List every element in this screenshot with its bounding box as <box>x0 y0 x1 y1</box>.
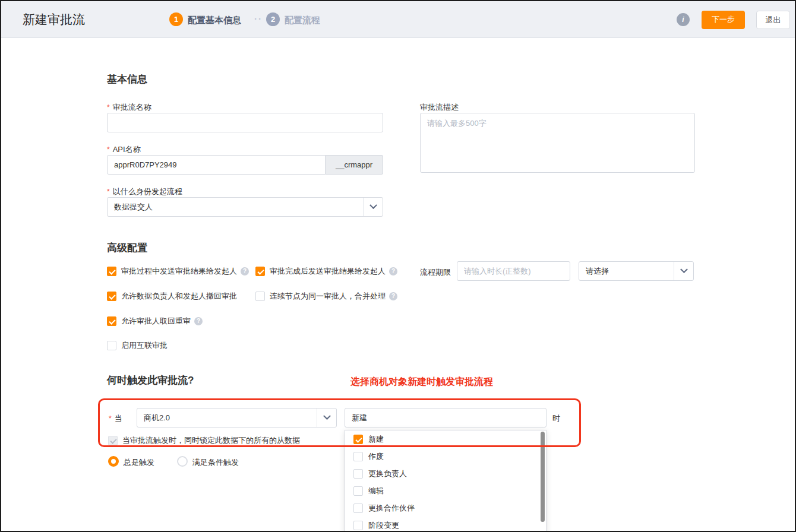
checkbox-allow-withdraw[interactable]: 允许数据负责人和发起人撤回审批 <box>107 291 237 302</box>
identity-select-value: 数据提交人 <box>108 202 363 213</box>
help-icon[interactable]: ? <box>241 267 249 276</box>
flow-name-label: *审批流名称 <box>107 102 151 113</box>
info-icon[interactable]: i <box>677 13 690 26</box>
checkbox-merge-same-approver[interactable]: 连续节点为同一审批人，合并处理 ? <box>255 291 397 302</box>
chevron-down-icon <box>323 412 331 420</box>
dropdown-option-create[interactable]: 新建 <box>345 430 546 448</box>
step-2-badge: 2 <box>266 12 280 26</box>
checkbox-icon[interactable] <box>107 292 116 301</box>
required-asterisk: * <box>107 145 110 154</box>
required-asterisk: * <box>107 103 110 112</box>
checkbox-icon[interactable] <box>353 521 363 530</box>
flow-desc-textarea[interactable] <box>420 113 695 173</box>
checkbox-icon[interactable] <box>255 292 265 301</box>
trigger-object-caret[interactable] <box>317 408 336 427</box>
flow-name-input[interactable] <box>107 113 383 132</box>
checkbox-icon[interactable] <box>107 267 116 276</box>
checkbox-send-result-after-approval[interactable]: 审批完成后发送审批结果给发起人 ? <box>255 266 397 277</box>
advanced-config-section-title: 高级配置 <box>107 241 147 255</box>
checkbox-icon[interactable] <box>353 469 363 479</box>
api-name-label: *API名称 <box>107 144 141 155</box>
radio-always-trigger[interactable] <box>108 456 119 467</box>
checkbox-icon <box>108 436 118 445</box>
flow-desc-label: 审批流描述 <box>420 102 459 113</box>
help-icon[interactable]: ? <box>194 317 203 325</box>
trigger-object-select[interactable]: 商机2.0 <box>137 408 337 428</box>
api-name-input[interactable] <box>107 155 326 175</box>
red-annotation-text: 选择商机对象新建时触发审批流程 <box>350 376 493 388</box>
dropdown-option-change-owner[interactable]: 更换负责人 <box>345 465 546 482</box>
identity-select[interactable]: 数据提交人 <box>107 197 383 217</box>
identity-label: *以什么身份发起流程 <box>107 186 182 197</box>
api-name-group: __crmappr <box>107 155 383 175</box>
radio-condition-trigger-label[interactable]: 满足条件触发 <box>192 457 239 468</box>
checkbox-icon[interactable] <box>255 267 265 276</box>
help-icon[interactable]: ? <box>389 267 397 276</box>
chevron-down-icon <box>680 265 688 273</box>
chevron-down-icon <box>369 201 377 209</box>
exit-button[interactable]: 退出 <box>756 11 790 29</box>
checkbox-lock-detail-data: 当审批流触发时，同时锁定此数据下的所有的从数据 <box>108 435 300 446</box>
duration-unit-select[interactable]: 请选择 <box>579 261 694 281</box>
radio-always-trigger-label[interactable]: 总是触发 <box>124 457 154 468</box>
dropdown-option-edit[interactable]: 编辑 <box>345 482 546 499</box>
dropdown-scrollbar[interactable] <box>541 432 545 532</box>
page-title: 新建审批流 <box>23 1 85 37</box>
duration-label: 流程期限 <box>420 267 451 278</box>
time-suffix-label: 时 <box>552 413 560 424</box>
api-suffix-addon: __crmappr <box>326 155 383 175</box>
trigger-action-select[interactable]: 新建 <box>345 408 547 428</box>
checkbox-icon[interactable] <box>353 435 363 444</box>
header-bar: 新建审批流 1 配置基本信息 ·· 2 配置流程 i 下一步 退出 <box>1 1 795 38</box>
trigger-action-dropdown: 新建 作废 更换负责人 编辑 更换合作伙伴 阶段变更 <box>345 430 547 532</box>
checkbox-enable-interconnect-approval[interactable]: 启用互联审批 <box>107 340 168 351</box>
duration-input[interactable] <box>457 261 570 281</box>
checkbox-send-result-during-approval[interactable]: 审批过程中发送审批结果给发起人 ? <box>107 266 249 277</box>
trigger-object-value: 商机2.0 <box>137 413 317 423</box>
checkbox-allow-recall-review[interactable]: 允许审批人取回重审 ? <box>107 316 203 327</box>
duration-unit-caret[interactable] <box>674 262 693 280</box>
step-2-label[interactable]: 配置流程 <box>285 15 320 26</box>
new-approval-flow-window: 新建审批流 1 配置基本信息 ·· 2 配置流程 i 下一步 退出 基本信息 *… <box>0 0 796 532</box>
basic-info-section-title: 基本信息 <box>107 72 147 86</box>
dropdown-scrollbar-thumb[interactable] <box>541 432 545 522</box>
trigger-section-title: 何时触发此审批流? <box>107 373 194 387</box>
identity-select-caret[interactable] <box>363 198 383 216</box>
help-icon[interactable]: ? <box>389 292 397 300</box>
step-1-badge: 1 <box>169 12 183 26</box>
checkbox-icon[interactable] <box>107 341 116 350</box>
required-asterisk: * <box>107 188 110 196</box>
checkbox-icon[interactable] <box>107 316 116 326</box>
checkbox-icon[interactable] <box>353 486 363 496</box>
step-1-label[interactable]: 配置基本信息 <box>188 15 241 26</box>
checkbox-icon[interactable] <box>353 452 363 461</box>
duration-unit-value: 请选择 <box>579 266 674 277</box>
step-separator-dots: ·· <box>254 14 263 24</box>
radio-condition-trigger[interactable] <box>177 456 188 467</box>
when-label: *当 <box>109 413 122 424</box>
dropdown-option-change-partner[interactable]: 更换合作伙伴 <box>345 499 546 517</box>
dropdown-option-invalidate[interactable]: 作废 <box>345 448 546 465</box>
required-asterisk: * <box>109 414 112 423</box>
trigger-action-value: 新建 <box>345 413 546 423</box>
next-step-button[interactable]: 下一步 <box>702 11 745 29</box>
dropdown-option-stage-change[interactable]: 阶段变更 <box>345 517 546 532</box>
checkbox-icon[interactable] <box>353 504 363 513</box>
